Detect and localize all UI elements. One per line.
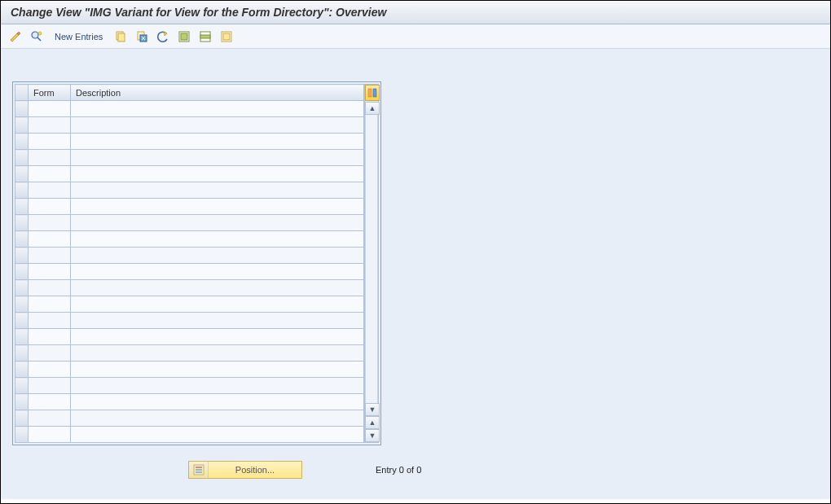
cell-form[interactable]	[29, 313, 71, 329]
cell-description[interactable]	[71, 215, 364, 231]
table-row[interactable]	[15, 362, 364, 378]
cell-description[interactable]	[71, 296, 364, 313]
new-entries-button[interactable]: New Entries	[50, 32, 108, 42]
cell-form[interactable]	[29, 134, 71, 150]
cell-form[interactable]	[29, 362, 71, 378]
row-selector[interactable]	[15, 182, 29, 199]
table-settings-icon[interactable]	[365, 85, 380, 101]
row-selector[interactable]	[15, 313, 29, 329]
table-row[interactable]	[15, 134, 364, 150]
scroll-up-icon[interactable]: ▲	[365, 102, 380, 115]
scroll-down2-icon[interactable]: ▼	[365, 429, 380, 442]
cell-form[interactable]	[29, 231, 71, 248]
row-selector[interactable]	[15, 199, 29, 215]
deselect-all-icon[interactable]	[218, 28, 235, 45]
cell-form[interactable]	[29, 264, 71, 280]
row-selector[interactable]	[15, 101, 29, 117]
cell-description[interactable]	[71, 199, 364, 215]
scroll-up2-icon[interactable]: ▲	[365, 416, 380, 429]
cell-form[interactable]	[29, 280, 71, 296]
cell-description[interactable]	[71, 231, 364, 248]
cell-description[interactable]	[71, 182, 364, 199]
table-row[interactable]	[15, 280, 364, 296]
row-selector[interactable]	[15, 362, 29, 378]
row-selector[interactable]	[15, 231, 29, 248]
copy-icon[interactable]	[112, 28, 129, 45]
row-selector[interactable]	[15, 215, 29, 231]
column-header-form[interactable]: Form	[29, 85, 71, 101]
table-row[interactable]	[15, 427, 364, 443]
row-selector[interactable]	[15, 427, 29, 443]
cell-form[interactable]	[29, 394, 71, 410]
table-row[interactable]	[15, 394, 364, 410]
cell-form[interactable]	[29, 378, 71, 394]
select-all-icon[interactable]	[176, 28, 192, 45]
cell-description[interactable]	[71, 345, 364, 362]
cell-form[interactable]	[29, 427, 71, 443]
cell-description[interactable]	[71, 117, 364, 134]
cell-form[interactable]	[29, 182, 71, 199]
cell-form[interactable]	[29, 410, 71, 427]
row-selector[interactable]	[15, 345, 29, 362]
cell-description[interactable]	[71, 248, 364, 264]
table-row[interactable]	[15, 296, 364, 313]
cell-form[interactable]	[29, 329, 71, 345]
row-selector[interactable]	[15, 150, 29, 166]
table-row[interactable]	[15, 150, 364, 166]
table-row[interactable]	[15, 199, 364, 215]
cell-description[interactable]	[71, 329, 364, 345]
vertical-scrollbar[interactable]: ▲ ▼ ▲ ▼	[364, 84, 379, 443]
table-row[interactable]	[15, 345, 364, 362]
row-selector[interactable]	[15, 394, 29, 410]
row-selector[interactable]	[15, 166, 29, 182]
table-row[interactable]	[15, 264, 364, 280]
row-selector[interactable]	[15, 134, 29, 150]
cell-description[interactable]	[71, 101, 364, 117]
table-row[interactable]	[15, 313, 364, 329]
cell-form[interactable]	[29, 248, 71, 264]
cell-form[interactable]	[29, 199, 71, 215]
row-selector[interactable]	[15, 296, 29, 313]
cell-description[interactable]	[71, 362, 364, 378]
cell-description[interactable]	[71, 280, 364, 296]
row-selector[interactable]	[15, 248, 29, 264]
cell-description[interactable]	[71, 394, 364, 410]
select-block-icon[interactable]	[197, 28, 213, 45]
delete-icon[interactable]	[134, 28, 150, 45]
row-selector-header[interactable]	[15, 85, 29, 101]
table-row[interactable]	[15, 248, 364, 264]
display-change-icon[interactable]	[7, 28, 24, 45]
table-row[interactable]	[15, 378, 364, 394]
cell-form[interactable]	[29, 296, 71, 313]
row-selector[interactable]	[15, 117, 29, 134]
table-row[interactable]	[15, 410, 364, 427]
row-selector[interactable]	[15, 264, 29, 280]
cell-form[interactable]	[29, 215, 71, 231]
row-selector[interactable]	[15, 410, 29, 427]
table-row[interactable]	[15, 329, 364, 345]
table-row[interactable]	[15, 215, 364, 231]
cell-description[interactable]	[71, 150, 364, 166]
table-row[interactable]	[15, 231, 364, 248]
row-selector[interactable]	[15, 329, 29, 345]
cell-form[interactable]	[29, 345, 71, 362]
table-row[interactable]	[15, 101, 364, 117]
cell-description[interactable]	[71, 410, 364, 427]
cell-description[interactable]	[71, 427, 364, 443]
cell-description[interactable]	[71, 166, 364, 182]
cell-description[interactable]	[71, 264, 364, 280]
cell-form[interactable]	[29, 101, 71, 117]
row-selector[interactable]	[15, 280, 29, 296]
column-header-description[interactable]: Description	[71, 85, 364, 101]
cell-description[interactable]	[71, 313, 364, 329]
cell-form[interactable]	[29, 117, 71, 134]
table-row[interactable]	[15, 182, 364, 199]
cell-description[interactable]	[71, 378, 364, 394]
table-row[interactable]	[15, 166, 364, 182]
cell-form[interactable]	[29, 150, 71, 166]
cell-form[interactable]	[29, 166, 71, 182]
position-button[interactable]: Position...	[188, 461, 302, 479]
undo-icon[interactable]	[155, 28, 171, 45]
row-selector[interactable]	[15, 378, 29, 394]
table-row[interactable]	[15, 117, 364, 134]
